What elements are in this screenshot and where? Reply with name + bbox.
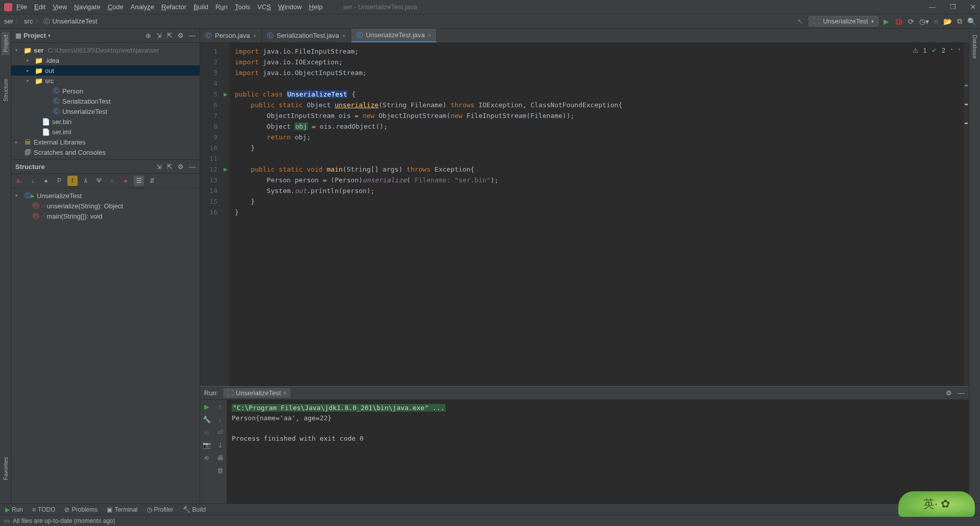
scroll-end-icon[interactable]: ⤓ xyxy=(217,441,223,449)
wrench-icon[interactable]: 🔧 xyxy=(203,416,211,423)
tree-class-serialization[interactable]: ⒸSerializationTest xyxy=(11,96,200,106)
maximize-icon[interactable]: ❐ xyxy=(950,3,956,11)
run-hide-icon[interactable]: — xyxy=(958,389,965,397)
exit-icon[interactable]: ⎋ xyxy=(205,454,209,462)
find-icon[interactable]: 🔍 xyxy=(967,17,976,26)
sort-visibility-icon[interactable]: ↓ xyxy=(28,176,38,186)
menu-view[interactable]: View xyxy=(53,3,67,11)
bottom-tab-problems[interactable]: ⊘Problems xyxy=(64,506,97,513)
ime-indicator[interactable]: 英 · ✿ xyxy=(898,491,975,517)
menu-file[interactable]: File xyxy=(16,3,27,11)
breadcrumb-class[interactable]: ⒸUnserializeTest xyxy=(43,17,97,26)
inspection-widget[interactable]: ⚠1 ✔2 ˄ ˅ xyxy=(910,46,964,55)
run-config-tab[interactable]: ⛶ UnserializeTest × xyxy=(223,388,290,398)
tree-class-person[interactable]: ⒸPerson xyxy=(11,86,200,96)
tool-tab-structure[interactable]: Structure xyxy=(2,76,10,105)
bottom-tab-todo[interactable]: ≡TODO xyxy=(32,506,55,513)
close-icon[interactable]: × xyxy=(342,33,345,39)
settings-icon[interactable]: ⚙ xyxy=(178,32,184,39)
structure-method-main[interactable]: ⓜ○main(String[]): void xyxy=(11,211,200,221)
minimize-icon[interactable]: — xyxy=(929,3,936,11)
bottom-tab-run[interactable]: ▶Run xyxy=(5,506,23,513)
status-icon[interactable]: ▭ xyxy=(4,517,10,524)
group-methods-icon[interactable]: ☰ xyxy=(134,176,144,186)
update-project-icon[interactable]: 📂 xyxy=(943,17,952,26)
tool-tab-favorites[interactable]: Favorites xyxy=(2,454,10,483)
tree-root[interactable]: ▾📁 ser C:\Users\86135\Desktop\web\java\s… xyxy=(11,45,200,55)
show-properties-icon[interactable]: P xyxy=(54,176,64,186)
show-non-public-icon[interactable]: ○ xyxy=(107,176,117,186)
tree-class-unserialize[interactable]: ⒸUnserializeTest xyxy=(11,106,200,116)
tab-serialization[interactable]: ⒸSerializationTest.java× xyxy=(262,29,351,42)
menu-tools[interactable]: Tools xyxy=(235,3,250,11)
structure-hide-icon[interactable]: — xyxy=(189,163,195,171)
menu-code[interactable]: Code xyxy=(108,3,124,11)
close-icon[interactable]: × xyxy=(253,33,256,39)
breadcrumb-src[interactable]: src xyxy=(24,17,33,25)
structure-method-unserialize[interactable]: ⓜ○unserialize(String): Object xyxy=(11,201,200,211)
profile-icon[interactable]: ◷▾ xyxy=(919,17,929,26)
show-fields-icon[interactable]: f xyxy=(67,176,78,186)
project-panel-title[interactable]: Project xyxy=(23,32,46,39)
menu-navigate[interactable]: Navigate xyxy=(74,3,100,11)
build-icon[interactable]: ↖ xyxy=(797,17,803,26)
expand-all-icon[interactable]: ⇲ xyxy=(156,32,162,39)
menu-help[interactable]: Help xyxy=(309,3,323,11)
console-output[interactable]: "C:\Program Files\Java\jdk1.8.0_201\bin\… xyxy=(227,400,969,504)
menu-build[interactable]: Build xyxy=(193,3,208,11)
show-inherited-icon[interactable]: ● xyxy=(41,176,51,186)
tree-src[interactable]: ▾📁src xyxy=(11,76,200,86)
stop-icon[interactable]: ■ xyxy=(934,17,938,26)
tool-tab-project[interactable]: Project xyxy=(2,32,10,55)
autoscroll-icon[interactable]: ● xyxy=(120,176,131,186)
bottom-tab-profiler[interactable]: ◷Profiler xyxy=(147,506,174,513)
chevron-down-icon[interactable]: ˅ xyxy=(958,48,961,54)
close-window-icon[interactable]: ✕ xyxy=(970,3,976,11)
locate-icon[interactable]: ⊕ xyxy=(145,32,151,39)
tab-person[interactable]: ⒸPerson.java× xyxy=(200,29,262,42)
run-settings-icon[interactable]: ⚙ xyxy=(946,389,952,397)
collapse-all-icon[interactable]: ⇱ xyxy=(167,32,173,39)
menu-analyze[interactable]: Analyze xyxy=(131,3,154,11)
menu-edit[interactable]: Edit xyxy=(34,3,45,11)
chevron-up-icon[interactable]: ˄ xyxy=(950,48,953,54)
bottom-tab-build[interactable]: 🔨Build xyxy=(183,506,206,513)
rerun-icon[interactable]: ▶ xyxy=(204,403,209,411)
menu-run[interactable]: Run xyxy=(215,3,228,11)
run-icon[interactable]: ▶ xyxy=(884,17,889,26)
tree-serbin[interactable]: 📄ser.bin xyxy=(11,116,200,127)
coverage-icon[interactable]: ⟳ xyxy=(908,17,914,26)
editor-body[interactable]: 12345678910111213141516 ▶▶ import java.i… xyxy=(200,43,969,386)
bottom-tab-terminal[interactable]: ▣Terminal xyxy=(107,506,137,513)
debug-icon[interactable]: 🐞 xyxy=(894,17,903,26)
sort-alpha-icon[interactable]: a↓ xyxy=(14,176,24,186)
code-editor[interactable]: import java.io.FileInputStream; import j… xyxy=(230,43,964,386)
structure-collapse-icon[interactable]: ⇱ xyxy=(167,163,173,171)
show-lambdas-icon[interactable]: λ xyxy=(81,176,91,186)
down-stack-icon[interactable]: ↓ xyxy=(218,416,222,423)
scroll-from-icon[interactable]: ⇵ xyxy=(147,176,157,186)
menu-window[interactable]: Window xyxy=(278,3,302,11)
menu-vcs[interactable]: VCS xyxy=(257,3,271,11)
up-stack-icon[interactable]: ↑ xyxy=(218,403,222,411)
hide-panel-icon[interactable]: — xyxy=(189,32,195,39)
tab-unserialize[interactable]: ⒸUnserializeTest.java× xyxy=(351,29,437,42)
structure-expand-icon[interactable]: ⇲ xyxy=(156,163,162,171)
structure-settings-icon[interactable]: ⚙ xyxy=(178,163,184,171)
camera-icon[interactable]: 📷 xyxy=(203,441,211,449)
run-config-selector[interactable]: ⛶ UnserializeTest ▾ xyxy=(808,16,878,27)
tool-tab-database[interactable]: Database xyxy=(971,32,979,62)
print-icon[interactable]: 🖶 xyxy=(217,454,224,462)
soft-wrap-icon[interactable]: ⏎ xyxy=(217,428,223,436)
tree-seriml[interactable]: 📄ser.iml xyxy=(11,127,200,137)
tree-idea[interactable]: ▸📁.idea xyxy=(11,55,200,65)
search-everywhere-icon[interactable]: ⧉ xyxy=(957,17,962,26)
tree-scratch[interactable]: 🗐Scratches and Consoles xyxy=(11,147,200,157)
error-stripe[interactable] xyxy=(964,43,969,386)
show-anon-icon[interactable]: Ψ xyxy=(94,176,104,186)
tree-extlib[interactable]: ▸🏛External Libraries xyxy=(11,137,200,147)
structure-class[interactable]: ▾Ⓒ▶UnserializeTest xyxy=(11,190,200,201)
close-icon[interactable]: × xyxy=(428,32,431,38)
breadcrumb-ser[interactable]: ser xyxy=(4,17,13,25)
stop-run-icon[interactable]: ⏯ xyxy=(204,428,210,436)
